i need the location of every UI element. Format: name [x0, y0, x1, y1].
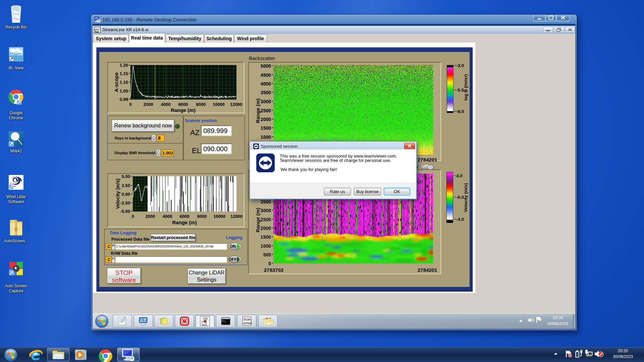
- svg-text:C:\_: C:\_: [222, 320, 226, 322]
- svg-text:XR: XR: [203, 317, 208, 321]
- svg-text:OFF: OFF: [229, 257, 237, 262]
- svg-text:ON: ON: [230, 244, 236, 249]
- svg-text:Scan: Scan: [244, 317, 251, 321]
- svg-text:sched: sched: [243, 321, 252, 325]
